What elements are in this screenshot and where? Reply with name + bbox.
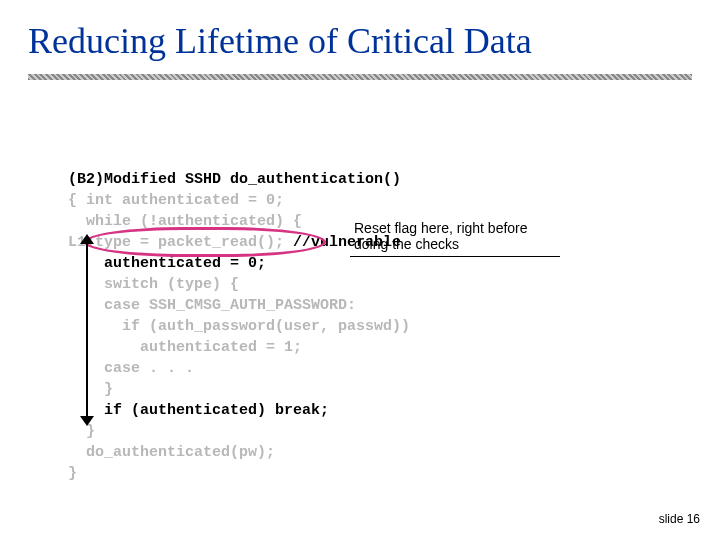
code-line-2: while (!authenticated) { xyxy=(68,213,302,230)
code-line-4-highlighted: authenticated = 0; xyxy=(68,255,266,272)
annotation-underline xyxy=(350,256,560,257)
title-divider xyxy=(28,74,692,80)
code-line-6: case SSH_CMSG_AUTH_PASSWORD: xyxy=(68,297,356,314)
code-line-11: if (authenticated) break; xyxy=(68,402,329,419)
annotation-text: Reset flag here, right before doing the … xyxy=(350,218,568,254)
code-line-12: } xyxy=(68,423,95,440)
code-line-10: } xyxy=(68,381,113,398)
code-line-3a: L1:type = packet_read(); xyxy=(68,234,284,251)
code-line-14: } xyxy=(68,465,77,482)
slide-title: Reducing Lifetime of Critical Data xyxy=(28,20,532,62)
code-listing: (B2)Modified SSHD do_authentication() { … xyxy=(68,148,410,484)
code-line-13: do_authenticated(pw); xyxy=(68,444,275,461)
code-line-0: (B2)Modified SSHD do_authentication() xyxy=(68,171,401,188)
code-line-9: case . . . xyxy=(68,360,194,377)
code-line-7: if (auth_password(user, passwd)) xyxy=(68,318,410,335)
code-line-1: { int authenticated = 0; xyxy=(68,192,284,209)
code-line-8: authenticated = 1; xyxy=(68,339,302,356)
code-line-5: switch (type) { xyxy=(68,276,239,293)
slide-number: slide 16 xyxy=(659,512,700,526)
